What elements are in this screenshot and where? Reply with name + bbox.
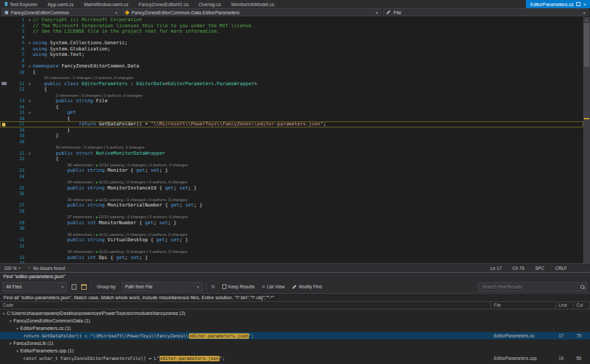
code-text[interactable]: // The Microsoft Corporation licenses th… (33, 23, 583, 29)
fold-margin[interactable] (27, 249, 33, 255)
fold-margin[interactable] (27, 23, 33, 29)
code-text[interactable]: { (33, 104, 583, 110)
code-text[interactable]: public string File (33, 98, 583, 104)
glyph-margin[interactable] (0, 151, 8, 157)
codelens-history[interactable]: 0 changes | 0 authors, 0 changes (128, 215, 188, 219)
glyph-margin[interactable] (0, 232, 8, 238)
search-input[interactable] (481, 284, 578, 290)
copy-icon[interactable] (70, 283, 77, 290)
find-tree-row[interactable]: ▾C:\Users\zhaopengwang\Desktop\powertoys… (0, 309, 590, 317)
column-header-code[interactable]: Code (0, 302, 491, 309)
codelens-history[interactable]: 0 changes | 0 authors, 0 changes (127, 180, 188, 184)
fold-margin[interactable] (27, 209, 33, 215)
code-text[interactable]: public string MonitorSerialNumber { get;… (33, 202, 583, 209)
fold-margin[interactable] (27, 139, 33, 145)
fold-margin[interactable] (27, 174, 33, 180)
glyph-margin[interactable] (0, 121, 8, 127)
glyph-margin[interactable] (0, 249, 8, 255)
fold-margin[interactable] (27, 52, 33, 58)
fold-margin[interactable] (27, 87, 33, 93)
fold-margin[interactable] (27, 220, 33, 226)
glyph-margin[interactable] (0, 226, 8, 232)
glyph-margin[interactable] (0, 260, 8, 263)
glyph-margin[interactable] (0, 237, 8, 243)
code-text[interactable]: using System.Collections.Generic; (33, 40, 583, 46)
code-editor[interactable]: 1∨// Copyright (c) Microsoft Corporation… (0, 17, 590, 263)
glyph-margin[interactable] (0, 116, 8, 122)
code-text[interactable]: } (33, 127, 583, 134)
list-view-toggle[interactable]: ≡ List View (260, 284, 286, 289)
find-tree-row[interactable]: ▾EditorParameters.cs (1) (0, 324, 590, 332)
expander-icon[interactable]: ▾ (16, 327, 18, 331)
codelens-history[interactable]: 0 changes | 0 authors, 0 changes (127, 249, 188, 254)
code-text[interactable]: public struct NativeMonitorDataWrapper (33, 151, 583, 157)
codelens-history[interactable]: 0 changes | 0 authors, 0 changes (82, 93, 143, 97)
fold-margin[interactable] (27, 226, 33, 232)
fold-margin[interactable] (27, 232, 33, 238)
glyph-margin[interactable] (0, 214, 8, 220)
glyph-margin[interactable] (0, 145, 8, 151)
code-text[interactable] (33, 260, 583, 263)
fold-chevron-icon[interactable]: ∨ (27, 17, 33, 23)
glyph-margin[interactable] (0, 70, 8, 76)
fold-margin[interactable] (27, 156, 33, 162)
fold-chevron-icon[interactable]: ∨ (27, 98, 33, 104)
keep-results-toggle[interactable]: Keep Results (220, 284, 257, 289)
glyph-margin[interactable] (0, 98, 8, 104)
fold-margin[interactable] (27, 260, 33, 263)
open-folder-icon[interactable] (80, 283, 87, 290)
codelens-text[interactable]: 37 references | ● 13/13 passing | 0 chan… (33, 214, 583, 220)
code-text[interactable] (33, 243, 583, 249)
fold-margin[interactable] (27, 185, 33, 192)
glyph-margin[interactable] (0, 156, 8, 162)
codelens-history[interactable]: 0 changes | 0 authors, 0 changes (128, 163, 188, 167)
tab-overlay-cs[interactable]: Overlay.cs (194, 0, 226, 8)
code-text[interactable] (33, 191, 583, 197)
glyph-margin[interactable] (0, 63, 8, 70)
code-text[interactable]: using System.Text; (33, 52, 583, 58)
glyph-margin[interactable] (0, 197, 8, 203)
modify-find-button[interactable]: Modify Find (290, 284, 324, 289)
codelens-references-link[interactable]: 60 references (56, 145, 81, 149)
glyph-margin[interactable] (0, 255, 8, 261)
glyph-margin[interactable] (0, 209, 8, 215)
expander-icon[interactable]: ▾ (16, 349, 18, 353)
codelens-text[interactable]: 60 references | 0 changes | 0 authors, 0… (33, 145, 583, 151)
codelens-history[interactable]: 0 changes | 0 authors, 0 changes (127, 198, 188, 202)
glyph-margin[interactable] (0, 110, 8, 116)
project-dropdown[interactable]: FancyZonesEditorCommon ▾ (1, 8, 121, 16)
tab-monitorinfomodel-cs[interactable]: MonitorInfoModel.cs (226, 0, 280, 8)
glyph-margin[interactable] (0, 58, 8, 64)
fold-margin[interactable] (27, 133, 33, 139)
code-text[interactable]: public string VirtualDesktop { get; set;… (33, 237, 583, 243)
glyph-margin[interactable] (0, 87, 8, 93)
codelens-references-link[interactable]: 34 references (67, 249, 92, 254)
glyph-margin[interactable] (0, 185, 8, 192)
pin-icon[interactable] (576, 2, 580, 6)
codelens-text[interactable]: 91 references | 0 changes | 0 authors, 0… (33, 75, 583, 81)
find-tree-row[interactable]: ▾FancyZonesLib (1) (0, 339, 590, 347)
fold-margin[interactable] (27, 197, 33, 203)
code-text[interactable] (33, 174, 583, 180)
code-text[interactable] (33, 58, 583, 64)
fold-chevron-icon[interactable]: ∨ (27, 40, 33, 46)
code-text[interactable]: public class EditorParameters : EditorDa… (33, 81, 583, 87)
code-text[interactable] (33, 35, 583, 41)
glyph-margin[interactable] (0, 75, 8, 81)
code-text[interactable]: namespace FancyZonesEditorCommon.Data (33, 63, 583, 70)
codelens-references-link[interactable]: 38 references (67, 163, 92, 167)
code-text[interactable] (33, 139, 583, 145)
column-header-line[interactable]: Line (556, 302, 574, 309)
type-dropdown[interactable]: FancyZonesEditorCommon.Data.EditorParame… (122, 8, 381, 16)
scrollbar-thumb[interactable] (584, 23, 589, 67)
glyph-margin[interactable] (0, 139, 8, 145)
expander-icon[interactable]: ▾ (10, 319, 12, 323)
glyph-margin[interactable] (0, 35, 8, 41)
find-tree-row[interactable]: ▾EditorParameters.cpp (1) (0, 347, 590, 354)
codelens-test-status[interactable]: 13/13 passing (98, 215, 123, 219)
glyph-margin[interactable] (0, 93, 8, 99)
code-text[interactable]: { (33, 70, 583, 76)
find-result-row[interactable]: return GetDataFolder() + "\\Microsoft\\P… (0, 332, 590, 339)
codelens-text[interactable]: 34 references | ● 11/11 passing | 0 chan… (33, 179, 583, 185)
find-result-row[interactable]: const wchar_t FancyZonesEditorParameters… (0, 354, 590, 362)
